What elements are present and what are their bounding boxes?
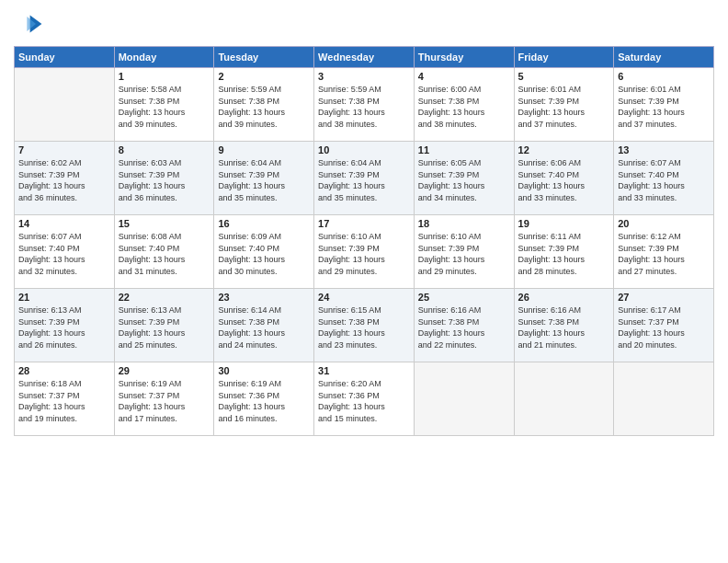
day-info: Sunrise: 6:11 AM Sunset: 7:39 PM Dayligh…	[518, 231, 610, 277]
day-number: 3	[318, 71, 410, 82]
calendar-day-cell: 24Sunrise: 6:15 AM Sunset: 7:38 PM Dayli…	[314, 289, 415, 362]
day-number: 29	[119, 365, 210, 376]
day-number: 21	[18, 292, 110, 303]
day-number: 26	[518, 292, 610, 303]
day-number: 13	[618, 144, 710, 155]
day-number: 19	[518, 218, 610, 229]
calendar-day-cell: 18Sunrise: 6:10 AM Sunset: 7:39 PM Dayli…	[414, 215, 514, 289]
calendar-day-cell: 26Sunrise: 6:16 AM Sunset: 7:38 PM Dayli…	[514, 289, 614, 362]
calendar-day-cell: 17Sunrise: 6:10 AM Sunset: 7:39 PM Dayli…	[314, 215, 415, 289]
calendar-day-cell: 25Sunrise: 6:16 AM Sunset: 7:38 PM Dayli…	[414, 289, 514, 362]
day-info: Sunrise: 6:03 AM Sunset: 7:39 PM Dayligh…	[119, 157, 210, 203]
header	[14, 9, 714, 39]
calendar-day-cell: 16Sunrise: 6:09 AM Sunset: 7:40 PM Dayli…	[214, 215, 314, 289]
calendar-day-cell: 10Sunrise: 6:04 AM Sunset: 7:39 PM Dayli…	[314, 142, 415, 215]
calendar-day-cell: 29Sunrise: 6:19 AM Sunset: 7:37 PM Dayli…	[114, 362, 214, 436]
day-info: Sunrise: 6:19 AM Sunset: 7:36 PM Dayligh…	[218, 378, 310, 424]
day-info: Sunrise: 6:02 AM Sunset: 7:39 PM Dayligh…	[18, 157, 110, 203]
calendar-day-cell: 1Sunrise: 5:58 AM Sunset: 7:38 PM Daylig…	[114, 68, 214, 142]
calendar-day-cell: 22Sunrise: 6:13 AM Sunset: 7:39 PM Dayli…	[114, 289, 214, 362]
calendar-day-header: Tuesday	[214, 47, 314, 68]
day-info: Sunrise: 6:07 AM Sunset: 7:40 PM Dayligh…	[618, 157, 710, 203]
calendar-day-header: Friday	[514, 47, 614, 68]
day-number: 1	[119, 71, 210, 82]
page: SundayMondayTuesdayWednesdayThursdayFrid…	[0, 0, 728, 563]
calendar-week-row: 14Sunrise: 6:07 AM Sunset: 7:40 PM Dayli…	[15, 215, 714, 289]
day-number: 5	[518, 71, 610, 82]
calendar-day-cell: 19Sunrise: 6:11 AM Sunset: 7:39 PM Dayli…	[514, 215, 614, 289]
day-info: Sunrise: 5:59 AM Sunset: 7:38 PM Dayligh…	[318, 84, 410, 130]
calendar-day-cell: 4Sunrise: 6:00 AM Sunset: 7:38 PM Daylig…	[414, 68, 514, 142]
calendar-day-header: Saturday	[614, 47, 714, 68]
logo-icon	[14, 9, 43, 39]
day-info: Sunrise: 6:19 AM Sunset: 7:37 PM Dayligh…	[119, 378, 210, 424]
calendar-day-header: Monday	[114, 47, 214, 68]
day-info: Sunrise: 6:10 AM Sunset: 7:39 PM Dayligh…	[318, 231, 410, 277]
calendar-week-row: 21Sunrise: 6:13 AM Sunset: 7:39 PM Dayli…	[15, 289, 714, 362]
logo	[14, 9, 47, 39]
calendar-day-cell: 15Sunrise: 6:08 AM Sunset: 7:40 PM Dayli…	[114, 215, 214, 289]
day-number: 2	[218, 71, 310, 82]
day-info: Sunrise: 6:06 AM Sunset: 7:40 PM Dayligh…	[518, 157, 610, 203]
day-number: 18	[418, 218, 510, 229]
calendar-week-row: 7Sunrise: 6:02 AM Sunset: 7:39 PM Daylig…	[15, 142, 714, 215]
calendar-day-cell: 11Sunrise: 6:05 AM Sunset: 7:39 PM Dayli…	[414, 142, 514, 215]
day-info: Sunrise: 6:01 AM Sunset: 7:39 PM Dayligh…	[518, 84, 610, 130]
day-number: 11	[418, 144, 510, 155]
day-number: 25	[418, 292, 510, 303]
day-info: Sunrise: 6:16 AM Sunset: 7:38 PM Dayligh…	[518, 304, 610, 350]
day-number: 17	[318, 218, 410, 229]
calendar-day-cell: 2Sunrise: 5:59 AM Sunset: 7:38 PM Daylig…	[214, 68, 314, 142]
day-number: 22	[119, 292, 210, 303]
day-number: 7	[18, 144, 110, 155]
day-info: Sunrise: 6:07 AM Sunset: 7:40 PM Dayligh…	[18, 231, 110, 277]
calendar-day-cell: 3Sunrise: 5:59 AM Sunset: 7:38 PM Daylig…	[314, 68, 415, 142]
day-info: Sunrise: 6:18 AM Sunset: 7:37 PM Dayligh…	[18, 378, 110, 424]
day-info: Sunrise: 6:14 AM Sunset: 7:38 PM Dayligh…	[218, 304, 310, 350]
day-info: Sunrise: 6:15 AM Sunset: 7:38 PM Dayligh…	[318, 304, 410, 350]
day-number: 27	[618, 292, 710, 303]
calendar-day-cell: 27Sunrise: 6:17 AM Sunset: 7:37 PM Dayli…	[614, 289, 714, 362]
day-number: 6	[618, 71, 710, 82]
day-number: 23	[218, 292, 310, 303]
day-info: Sunrise: 6:05 AM Sunset: 7:39 PM Dayligh…	[418, 157, 510, 203]
calendar-table: SundayMondayTuesdayWednesdayThursdayFrid…	[14, 46, 714, 436]
calendar-day-cell: 7Sunrise: 6:02 AM Sunset: 7:39 PM Daylig…	[15, 142, 115, 215]
calendar-day-header: Sunday	[15, 47, 115, 68]
day-info: Sunrise: 6:16 AM Sunset: 7:38 PM Dayligh…	[418, 304, 510, 350]
day-info: Sunrise: 5:59 AM Sunset: 7:38 PM Dayligh…	[218, 84, 310, 130]
calendar-week-row: 28Sunrise: 6:18 AM Sunset: 7:37 PM Dayli…	[15, 362, 714, 436]
day-number: 12	[518, 144, 610, 155]
day-number: 30	[218, 365, 310, 376]
calendar-day-cell	[414, 362, 514, 436]
calendar-day-header: Thursday	[414, 47, 514, 68]
day-info: Sunrise: 6:17 AM Sunset: 7:37 PM Dayligh…	[618, 304, 710, 350]
calendar-day-cell: 9Sunrise: 6:04 AM Sunset: 7:39 PM Daylig…	[214, 142, 314, 215]
calendar-day-cell: 28Sunrise: 6:18 AM Sunset: 7:37 PM Dayli…	[15, 362, 115, 436]
day-info: Sunrise: 6:04 AM Sunset: 7:39 PM Dayligh…	[318, 157, 410, 203]
calendar-day-cell	[15, 68, 115, 142]
day-number: 9	[218, 144, 310, 155]
calendar-week-row: 1Sunrise: 5:58 AM Sunset: 7:38 PM Daylig…	[15, 68, 714, 142]
day-number: 10	[318, 144, 410, 155]
day-number: 8	[119, 144, 210, 155]
calendar-day-cell: 31Sunrise: 6:20 AM Sunset: 7:36 PM Dayli…	[314, 362, 415, 436]
calendar-day-cell: 14Sunrise: 6:07 AM Sunset: 7:40 PM Dayli…	[15, 215, 115, 289]
day-info: Sunrise: 6:10 AM Sunset: 7:39 PM Dayligh…	[418, 231, 510, 277]
day-info: Sunrise: 5:58 AM Sunset: 7:38 PM Dayligh…	[119, 84, 210, 130]
calendar-day-cell: 12Sunrise: 6:06 AM Sunset: 7:40 PM Dayli…	[514, 142, 614, 215]
calendar-day-cell: 20Sunrise: 6:12 AM Sunset: 7:39 PM Dayli…	[614, 215, 714, 289]
day-info: Sunrise: 6:12 AM Sunset: 7:39 PM Dayligh…	[618, 231, 710, 277]
day-info: Sunrise: 6:04 AM Sunset: 7:39 PM Dayligh…	[218, 157, 310, 203]
day-info: Sunrise: 6:13 AM Sunset: 7:39 PM Dayligh…	[18, 304, 110, 350]
day-info: Sunrise: 6:01 AM Sunset: 7:39 PM Dayligh…	[618, 84, 710, 130]
calendar-day-header: Wednesday	[314, 47, 415, 68]
day-number: 28	[18, 365, 110, 376]
calendar-day-cell: 6Sunrise: 6:01 AM Sunset: 7:39 PM Daylig…	[614, 68, 714, 142]
day-number: 15	[119, 218, 210, 229]
day-number: 4	[418, 71, 510, 82]
calendar-day-cell: 8Sunrise: 6:03 AM Sunset: 7:39 PM Daylig…	[114, 142, 214, 215]
calendar-day-cell	[514, 362, 614, 436]
calendar-day-cell: 5Sunrise: 6:01 AM Sunset: 7:39 PM Daylig…	[514, 68, 614, 142]
calendar-day-cell	[614, 362, 714, 436]
